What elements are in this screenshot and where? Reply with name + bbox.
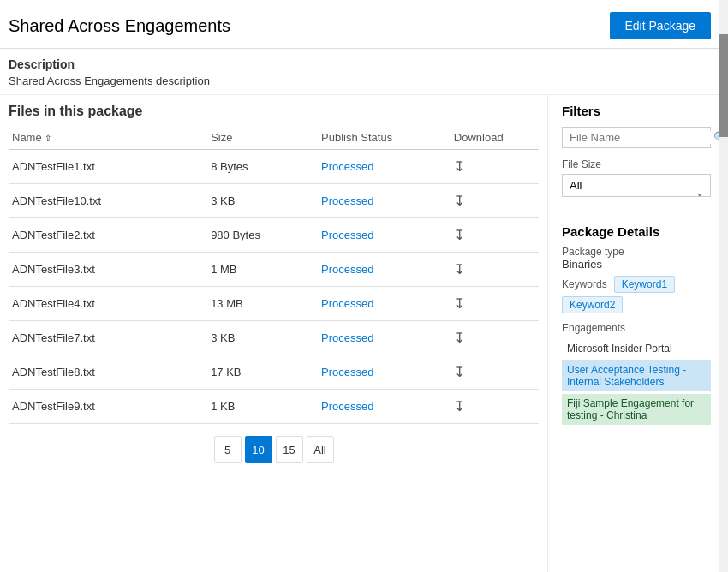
- keywords-label: Keywords: [562, 278, 607, 290]
- scrollbar[interactable]: [719, 0, 728, 572]
- file-download-cell[interactable]: ↧: [451, 253, 539, 287]
- package-details-heading: Package Details: [562, 224, 711, 239]
- table-row: ADNTestFile2.txt980 BytesProcessed↧: [9, 218, 539, 253]
- engagement-item-2: User Acceptance Testing - Internal Stake…: [562, 360, 711, 391]
- file-size-cell: 13 MB: [207, 287, 318, 321]
- keywords-row: Keywords Keyword1 Keyword2: [562, 276, 711, 313]
- search-box: 🔍: [562, 127, 711, 148]
- sort-arrow-icon: ⇧: [45, 134, 51, 143]
- file-name-cell: ADNTestFile3.txt: [9, 253, 207, 287]
- engagement-item-1: Microsoft Insider Portal: [562, 339, 711, 358]
- table-row: ADNTestFile3.txt1 MBProcessed↧: [9, 253, 539, 287]
- file-status-cell: Processed: [318, 355, 451, 390]
- left-panel: Files in this package Name ⇧ Size Publis…: [0, 95, 548, 572]
- description-text: Shared Across Engagements description: [9, 74, 719, 87]
- table-row: ADNTestFile8.txt17 KBProcessed↧: [9, 355, 539, 390]
- file-name-search-input[interactable]: [570, 131, 713, 144]
- file-download-cell[interactable]: ↧: [451, 184, 539, 218]
- page-wrapper: Shared Across Engagements Edit Package D…: [0, 0, 728, 572]
- main-content: Files in this package Name ⇧ Size Publis…: [0, 95, 728, 572]
- engagements-label: Engagements: [562, 322, 711, 334]
- file-download-cell[interactable]: ↧: [451, 321, 539, 355]
- file-size-cell: 980 Bytes: [207, 218, 318, 253]
- pagination-btn-15[interactable]: 15: [276, 436, 303, 463]
- file-name-cell: ADNTestFile8.txt: [9, 355, 207, 390]
- files-table: Name ⇧ Size Publish Status Download ADNT…: [9, 126, 539, 424]
- file-size-cell: 8 Bytes: [207, 150, 318, 184]
- description-section: Description Shared Across Engagements de…: [0, 49, 728, 95]
- file-status-cell: Processed: [318, 150, 451, 184]
- table-row: ADNTestFile4.txt13 MBProcessed↧: [9, 287, 539, 321]
- file-status-cell: Processed: [318, 218, 451, 253]
- file-download-cell[interactable]: ↧: [451, 390, 539, 424]
- download-icon[interactable]: ↧: [454, 330, 465, 346]
- file-status-cell: Processed: [318, 253, 451, 287]
- engagement-item-3: Fiji Sample Engagement for testing - Chr…: [562, 394, 711, 425]
- package-type-value: Binaries: [562, 258, 711, 271]
- right-panel: Filters 🔍 File Size All < 1 KB 1 KB - 1 …: [548, 95, 728, 572]
- file-size-cell: 3 KB: [207, 184, 318, 218]
- keyword-tag-1: Keyword1: [614, 276, 675, 293]
- pagination-btn-all[interactable]: All: [307, 436, 334, 463]
- file-download-cell[interactable]: ↧: [451, 150, 539, 184]
- download-icon[interactable]: ↧: [454, 193, 465, 209]
- table-row: ADNTestFile9.txt1 KBProcessed↧: [9, 390, 539, 424]
- file-status-cell: Processed: [318, 321, 451, 355]
- file-size-cell: 17 KB: [207, 355, 318, 390]
- download-icon[interactable]: ↧: [454, 295, 465, 312]
- file-size-label: File Size: [562, 158, 711, 170]
- edit-package-button[interactable]: Edit Package: [610, 12, 712, 39]
- table-row: ADNTestFile7.txt3 KBProcessed↧: [9, 321, 539, 355]
- pagination-btn-5[interactable]: 5: [214, 436, 242, 463]
- pagination: 51015All: [9, 424, 539, 472]
- files-heading: Files in this package: [9, 104, 539, 119]
- file-download-cell[interactable]: ↧: [451, 218, 539, 253]
- files-tbody: ADNTestFile1.txt8 BytesProcessed↧ADNTest…: [9, 150, 539, 424]
- pagination-btn-10[interactable]: 10: [245, 436, 272, 463]
- download-icon[interactable]: ↧: [454, 261, 465, 277]
- file-status-cell: Processed: [318, 390, 451, 424]
- description-label: Description: [9, 57, 719, 71]
- file-name-cell: ADNTestFile2.txt: [9, 218, 207, 253]
- file-size-select[interactable]: All < 1 KB 1 KB - 1 MB > 1 MB: [562, 174, 711, 197]
- scrollbar-thumb[interactable]: [719, 34, 728, 137]
- col-header-status: Publish Status: [318, 126, 451, 150]
- table-header-row: Name ⇧ Size Publish Status Download: [9, 126, 539, 150]
- col-header-size[interactable]: Size: [207, 126, 318, 150]
- keyword-tag-2: Keyword2: [562, 296, 623, 313]
- col-header-download: Download: [451, 126, 539, 150]
- file-size-select-wrapper: All < 1 KB 1 KB - 1 MB > 1 MB ⌄: [562, 174, 711, 211]
- col-header-name[interactable]: Name ⇧: [9, 126, 207, 150]
- file-name-cell: ADNTestFile9.txt: [9, 390, 207, 424]
- package-type-row: Package type Binaries: [562, 246, 711, 271]
- file-download-cell[interactable]: ↧: [451, 355, 539, 390]
- download-icon[interactable]: ↧: [454, 227, 465, 243]
- file-status-cell: Processed: [318, 184, 451, 218]
- download-icon[interactable]: ↧: [454, 158, 465, 175]
- file-name-cell: ADNTestFile1.txt: [9, 150, 207, 184]
- header: Shared Across Engagements Edit Package: [0, 0, 728, 49]
- file-name-cell: ADNTestFile4.txt: [9, 287, 207, 321]
- file-size-cell: 1 KB: [207, 390, 318, 424]
- file-size-cell: 3 KB: [207, 321, 318, 355]
- file-status-cell: Processed: [318, 287, 451, 321]
- filters-heading: Filters: [562, 104, 711, 118]
- file-size-cell: 1 MB: [207, 253, 318, 287]
- file-name-cell: ADNTestFile7.txt: [9, 321, 207, 355]
- file-download-cell[interactable]: ↧: [451, 287, 539, 321]
- page-title: Shared Across Engagements: [9, 16, 230, 36]
- table-row: ADNTestFile10.txt3 KBProcessed↧: [9, 184, 539, 218]
- package-type-label: Package type: [562, 246, 711, 258]
- file-name-cell: ADNTestFile10.txt: [9, 184, 207, 218]
- download-icon[interactable]: ↧: [454, 364, 465, 380]
- download-icon[interactable]: ↧: [454, 398, 465, 414]
- table-row: ADNTestFile1.txt8 BytesProcessed↧: [9, 150, 539, 184]
